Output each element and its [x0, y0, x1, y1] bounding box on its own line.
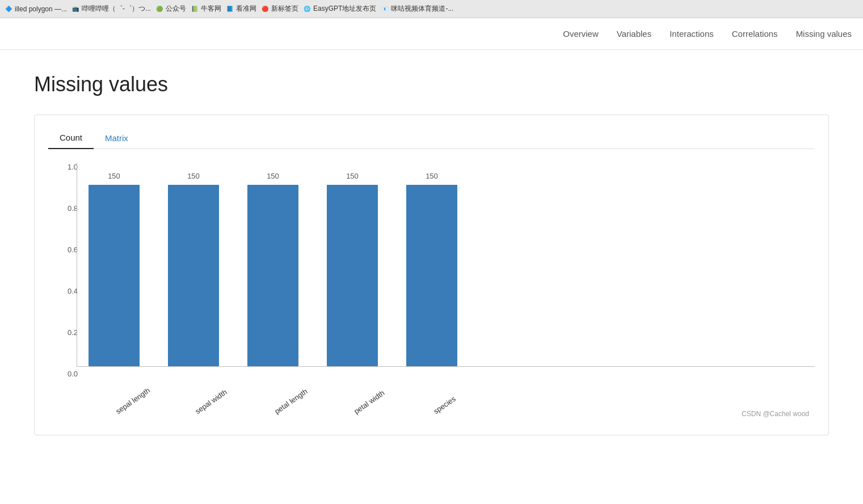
tab-label-easygpt: EasyGPT地址发布页	[313, 4, 376, 14]
missing-values-card: Count Matrix 1.0 0.8 0.6 0.4 0.2 0.0	[34, 115, 829, 435]
bar-value-petal-length: 150	[267, 172, 279, 180]
tab-gongzhonghao[interactable]: 🟢 公众号	[155, 4, 186, 14]
tab-easygpt[interactable]: 🌐 EasyGPT地址发布页	[303, 4, 376, 14]
page-title: Missing values	[34, 73, 829, 96]
nav-correlations[interactable]: Correlations	[732, 27, 778, 41]
bar-rect-sepal-width	[168, 185, 219, 366]
tab-count[interactable]: Count	[48, 127, 94, 149]
tab-favicon-easygpt: 🌐	[303, 5, 311, 13]
bar-petal-width: 150 petal width	[327, 172, 378, 366]
bar-xlabel-sepal-length: sepal length	[114, 386, 151, 416]
chart-wrapper: 1.0 0.8 0.6 0.4 0.2 0.0 150 sepal length	[48, 163, 815, 423]
tab-niuke[interactable]: 📗 牛客网	[191, 4, 221, 14]
nav-missing-values[interactable]: Missing values	[796, 27, 852, 41]
nav-overview[interactable]: Overview	[563, 27, 599, 41]
tab-migu[interactable]: 📧 咪咕视频体育频道-...	[381, 4, 453, 14]
tab-favicon-newtab: 🔴	[261, 5, 269, 13]
tab-label-gz: 公众号	[166, 4, 186, 14]
tab-label-bilibili: 哔哩哔哩（゜-゜）つ...	[82, 4, 151, 14]
bar-xlabel-petal-width: petal width	[352, 388, 386, 416]
bar-value-species: 150	[426, 172, 438, 180]
bar-xlabel-sepal-width: sepal width	[193, 388, 229, 416]
tab-label-migu: 咪咕视频体育频道-...	[391, 4, 453, 14]
tab-bilibili[interactable]: 📺 哔哩哔哩（゜-゜）つ...	[71, 4, 151, 14]
tab-label-newtab: 新标签页	[271, 4, 298, 14]
nav-bar: Overview Variables Interactions Correlat…	[0, 18, 863, 50]
watermark: CSDN @Cachel wood	[742, 410, 809, 418]
main-content: Missing values Count Matrix 1.0 0.8 0.6 …	[0, 50, 863, 458]
bar-rect-species	[406, 185, 457, 366]
bar-rect-petal-length	[247, 185, 298, 366]
bar-value-sepal-length: 150	[108, 172, 120, 180]
tab-favicon-polygon: 🔷	[5, 5, 12, 13]
bar-species: 150 species	[406, 172, 457, 366]
tab-label-polygon: illed polygon —...	[15, 5, 67, 13]
y-label-0: 0.0	[68, 370, 78, 378]
tab-favicon-kanzhu: 📘	[226, 5, 234, 13]
bar-value-petal-width: 150	[346, 172, 359, 180]
bar-xlabel-species: species	[432, 395, 457, 416]
tab-favicon-niuke: 📗	[191, 5, 199, 13]
bar-sepal-length: 150 sepal length	[89, 172, 140, 366]
bar-petal-length: 150 petal length	[247, 172, 298, 366]
bar-rect-sepal-length	[89, 185, 140, 366]
tab-kanzhu[interactable]: 📘 看准网	[226, 4, 256, 14]
tab-favicon-gz: 🟢	[155, 5, 163, 13]
tab-newtab[interactable]: 🔴 新标签页	[261, 4, 298, 14]
tab-label-kanzhu: 看准网	[236, 4, 256, 14]
nav-interactions[interactable]: Interactions	[670, 27, 714, 41]
nav-variables[interactable]: Variables	[617, 27, 651, 41]
tab-favicon-migu: 📧	[381, 5, 389, 13]
tab-label-niuke: 牛客网	[201, 4, 221, 14]
tab-group: Count Matrix	[48, 126, 815, 149]
tab-favicon-bilibili: 📺	[71, 5, 79, 13]
tab-matrix[interactable]: Matrix	[94, 127, 140, 149]
tab-polygon[interactable]: 🔷 illed polygon —...	[5, 5, 67, 13]
bar-value-sepal-width: 150	[187, 172, 200, 180]
bar-rect-petal-width	[327, 185, 378, 366]
bar-xlabel-petal-length: petal length	[273, 387, 309, 416]
bar-sepal-width: 150 sepal width	[168, 172, 219, 366]
browser-tab-bar: 🔷 illed polygon —... 📺 哔哩哔哩（゜-゜）つ... 🟢 公…	[0, 0, 863, 18]
